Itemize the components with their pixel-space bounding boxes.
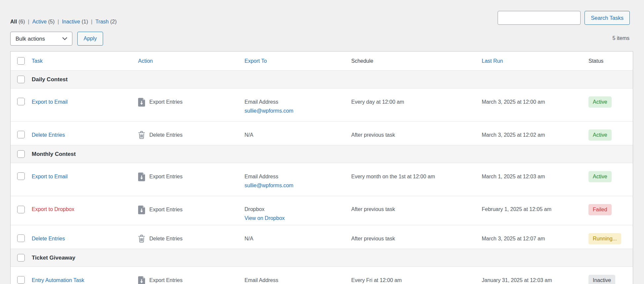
column-header-status: Status [588, 57, 603, 65]
row-checkbox[interactable] [17, 276, 25, 284]
export-destination: N/A [245, 235, 346, 242]
last-run-text: February 1, 2025 at 12:05 am [482, 196, 588, 225]
row-checkbox[interactable] [17, 234, 25, 242]
search-input[interactable] [498, 11, 581, 25]
file-download-icon [138, 172, 145, 181]
column-header-action[interactable]: Action [138, 57, 153, 65]
last-run-text: March 1, 2025 at 12:03 am [482, 163, 588, 196]
schedule-text: After previous task [351, 225, 482, 249]
group-row: Daily Contest [11, 70, 633, 88]
last-run-text: January 31, 2025 at 12:03 am [482, 267, 588, 284]
export-destination: Email Address [245, 98, 346, 106]
bulk-actions-label: Bulk actions [16, 36, 45, 42]
table-header-row: Task Action Export To Schedule Last Run … [11, 52, 633, 70]
filter-trash[interactable]: Trash (2) [95, 18, 117, 25]
status-badge: Active [588, 129, 612, 141]
action-label: Export Entries [149, 98, 182, 106]
group-title: Daily Contest [32, 76, 68, 83]
search-box: Search Tasks [498, 11, 630, 25]
export-destination: Email Address [245, 277, 346, 284]
schedule-text: Every month on the 1st at 12:00 am [351, 163, 482, 196]
schedule-text: Every Fri at 12:00 am [351, 267, 482, 284]
status-badge: Active [588, 171, 612, 182]
bulk-actions-select[interactable]: Bulk actions [10, 32, 72, 46]
column-header-schedule: Schedule [351, 57, 373, 65]
filter-all[interactable]: All (6) [10, 18, 25, 25]
task-link[interactable]: Export to Dropbox [32, 206, 74, 212]
group-title: Ticket Giveaway [32, 254, 75, 262]
task-link[interactable]: Export to Email [32, 174, 67, 179]
status-badge: Failed [588, 204, 612, 215]
table-row: Export to Dropbox Export Entries Dropbox… [11, 196, 633, 225]
task-link[interactable]: Export to Email [32, 99, 67, 105]
action-label: Delete Entries [149, 131, 183, 139]
table-row: Delete Entries Delete Entries N/A After … [11, 225, 633, 249]
filter-separator: | [28, 18, 29, 25]
search-tasks-button[interactable]: Search Tasks [585, 11, 630, 25]
chevron-down-icon [62, 37, 67, 40]
export-target-link[interactable]: sullie@wpforms.com [245, 108, 293, 114]
group-row: Ticket Giveaway [11, 249, 633, 266]
action-label: Export Entries [149, 205, 182, 214]
table-row: Export to Email Export Entries Email Add… [11, 163, 633, 196]
export-destination: Dropbox [245, 206, 346, 213]
column-header-export-to[interactable]: Export To [245, 57, 267, 65]
group-checkbox[interactable] [17, 254, 25, 262]
row-checkbox[interactable] [17, 98, 25, 105]
export-target-link[interactable]: View on Dropbox [245, 215, 285, 221]
action-label: Export Entries [149, 276, 182, 284]
trash-icon [138, 234, 145, 243]
file-download-icon [138, 205, 145, 214]
file-download-icon [138, 276, 145, 284]
row-checkbox[interactable] [17, 131, 25, 138]
table-row: Delete Entries Delete Entries N/A After … [11, 121, 633, 145]
tasks-admin-page: All (6) | Active (5) | Inactive (1) | Tr… [0, 0, 644, 284]
action-label: Export Entries [149, 172, 182, 181]
last-run-text: March 3, 2025 at 12:07 am [482, 225, 588, 249]
group-row: Monthly Contest [11, 145, 633, 163]
items-count: 5 items [612, 35, 629, 41]
group-checkbox[interactable] [17, 150, 25, 158]
column-header-last-run[interactable]: Last Run [482, 57, 503, 65]
tasks-table: Task Action Export To Schedule Last Run … [10, 51, 633, 284]
export-destination: N/A [245, 131, 346, 139]
filter-separator: | [57, 18, 59, 25]
select-all-checkbox[interactable] [17, 57, 25, 65]
row-checkbox[interactable] [17, 172, 25, 180]
filter-active[interactable]: Active (5) [32, 18, 55, 25]
schedule-text: Every day at 12:00 am [351, 89, 482, 121]
group-title: Monthly Contest [32, 151, 76, 158]
apply-button[interactable]: Apply [77, 32, 103, 46]
status-badge: Inactive [588, 275, 615, 284]
task-link[interactable]: Entry Automation Task [32, 277, 84, 283]
column-header-task[interactable]: Task [32, 57, 43, 65]
task-link[interactable]: Delete Entries [32, 236, 65, 241]
task-link[interactable]: Delete Entries [32, 132, 65, 138]
filter-inactive[interactable]: Inactive (1) [62, 18, 88, 25]
row-checkbox[interactable] [17, 206, 25, 213]
schedule-text: After previous task [351, 122, 482, 145]
last-run-text: March 3, 2025 at 12:02 am [482, 122, 588, 145]
export-destination: Email Address [245, 173, 346, 180]
filter-separator: | [91, 18, 93, 25]
status-badge: Running... [588, 233, 621, 244]
table-row: Entry Automation Task Export Entries Ema… [11, 266, 633, 284]
file-download-icon [138, 98, 145, 107]
schedule-text: After previous task [351, 196, 482, 225]
export-target-link[interactable]: sullie@wpforms.com [245, 183, 293, 188]
status-filter-links: All (6) | Active (5) | Inactive (1) | Tr… [10, 18, 117, 25]
group-checkbox[interactable] [17, 76, 25, 83]
table-row: Export to Email Export Entries Email Add… [11, 88, 633, 121]
action-label: Delete Entries [149, 234, 183, 243]
status-badge: Active [588, 96, 612, 108]
last-run-text: March 3, 2025 at 12:00 am [482, 89, 588, 121]
trash-icon [138, 131, 145, 139]
